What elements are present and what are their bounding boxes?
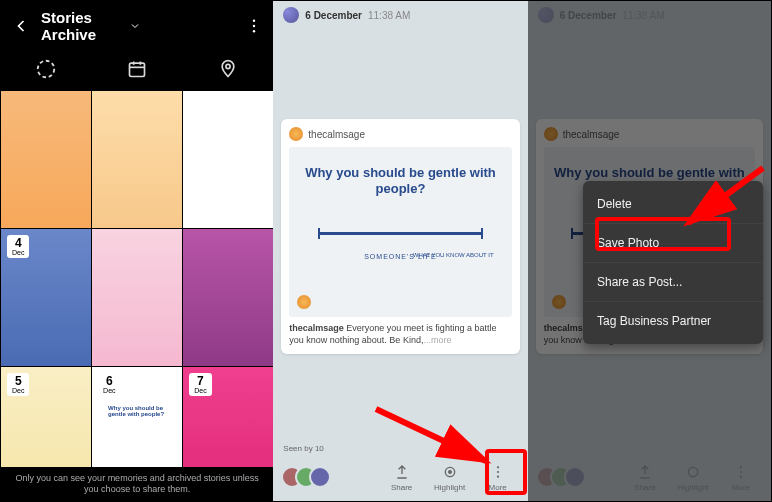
share-button[interactable]: Share (380, 463, 424, 492)
menu-item-save-photo[interactable]: Save Photo (583, 223, 763, 262)
seen-by-avatars[interactable] (281, 466, 331, 488)
caption-username: thecalmsage (289, 323, 344, 333)
location-tab-icon[interactable] (216, 57, 240, 81)
tile-text: Why you should be gentle with people? (108, 405, 164, 417)
date-badge: 7Dec (189, 373, 211, 396)
svg-point-10 (448, 470, 451, 473)
archive-tile[interactable]: 4Dec (1, 229, 91, 366)
more-button[interactable]: More (476, 463, 520, 492)
story-card[interactable]: thecalmsage Why you should be gentle wit… (281, 119, 519, 354)
card-username: thecalmsage (308, 129, 365, 140)
svg-point-1 (253, 25, 255, 27)
story-author-avatar[interactable] (283, 7, 299, 23)
share-icon (393, 463, 411, 481)
svg-point-11 (497, 466, 499, 468)
archive-tile[interactable] (183, 229, 273, 366)
svg-point-13 (497, 475, 499, 477)
caption-more[interactable]: ...more (423, 335, 451, 345)
archive-title[interactable]: Stories Archive (41, 9, 125, 43)
archive-tile[interactable] (92, 229, 182, 366)
svg-point-3 (38, 61, 55, 78)
archive-tile[interactable] (183, 91, 273, 228)
menu-item-delete[interactable]: Delete (583, 185, 763, 223)
svg-point-0 (253, 20, 255, 22)
archive-footer-text: Only you can see your memories and archi… (1, 467, 273, 501)
menu-item-tag-business-partner[interactable]: Tag Business Partner (583, 301, 763, 340)
story-divider-graphic (318, 232, 483, 235)
story-view-panel: 6 December 11:38 AM thecalmsage Why you … (273, 1, 527, 501)
calendar-tab-icon[interactable] (125, 57, 149, 81)
svg-rect-4 (130, 63, 145, 76)
menu-item-share-as-post[interactable]: Share as Post... (583, 262, 763, 301)
back-icon[interactable] (11, 16, 31, 36)
overflow-menu-icon[interactable] (245, 17, 263, 35)
reel-tab-icon[interactable] (34, 57, 58, 81)
highlight-button[interactable]: Highlight (428, 463, 472, 492)
story-date: 6 December (305, 10, 362, 21)
more-label: More (489, 483, 507, 492)
archive-tile[interactable]: 6Dec Why you should be gentle with peopl… (92, 367, 182, 467)
archive-tile[interactable]: 7Dec (183, 367, 273, 467)
chevron-down-icon[interactable] (129, 20, 141, 32)
svg-point-12 (497, 470, 499, 472)
more-icon (489, 463, 507, 481)
story-headline: Why you should be gentle with people? (297, 165, 503, 196)
date-badge: 5Dec (7, 373, 29, 396)
archive-panel: Stories Archive 4Dec 5Dec 6Dec (1, 1, 273, 501)
story-caption: thecalmsage Everyone you meet is fightin… (289, 323, 511, 346)
story-card-header: thecalmsage (289, 127, 511, 141)
archive-header: Stories Archive (1, 1, 273, 51)
story-subtext1: WHAT YOU KNOW ABOUT IT (413, 252, 494, 258)
svg-point-2 (253, 30, 255, 32)
card-avatar (289, 127, 303, 141)
highlight-label: Highlight (434, 483, 465, 492)
story-options-menu: Delete Save Photo Share as Post... Tag B… (583, 181, 763, 344)
story-time: 11:38 AM (368, 10, 410, 21)
story-bottom-bar: Share Highlight More (273, 453, 527, 501)
archive-tile[interactable]: 5Dec (1, 367, 91, 467)
story-menu-panel: 6 December 11:38 AM thecalmsage Why you … (528, 1, 771, 501)
archive-tabs (1, 51, 273, 91)
archive-tile[interactable] (1, 91, 91, 228)
brand-logo-icon (297, 295, 311, 309)
archive-grid: 4Dec 5Dec 6Dec Why you should be gentle … (1, 91, 273, 467)
seen-by-label[interactable]: Seen by 10 (283, 444, 323, 453)
highlight-icon (441, 463, 459, 481)
svg-point-8 (226, 64, 230, 68)
share-label: Share (391, 483, 412, 492)
story-header: 6 December 11:38 AM (273, 1, 527, 29)
archive-tile[interactable] (92, 91, 182, 228)
date-badge: 4Dec (7, 235, 29, 258)
story-image: Why you should be gentle with people? WH… (289, 147, 511, 317)
date-badge: 6Dec (98, 373, 120, 396)
